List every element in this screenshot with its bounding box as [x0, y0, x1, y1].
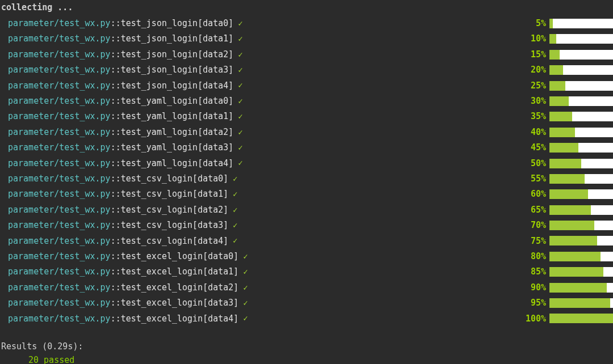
test-file-path: parameter/test_wx.py	[8, 265, 111, 278]
passed-count: 20	[28, 355, 39, 364]
test-line: parameter/test_wx.py::test_excel_login[d…	[0, 311, 613, 326]
progress-bar	[549, 221, 613, 230]
progress-bar-fill	[549, 314, 613, 323]
progress-bar	[549, 50, 613, 60]
test-separator: ::	[111, 204, 121, 217]
progress-bar	[549, 174, 613, 184]
progress-bar-fill	[549, 65, 563, 75]
test-separator: ::	[111, 312, 121, 325]
test-name: test_csv_login[data1]	[121, 188, 229, 201]
progress-bar-fill	[549, 221, 594, 230]
progress-percent: 90%	[524, 281, 546, 294]
test-name: test_yaml_login[data1]	[121, 110, 234, 123]
test-line: parameter/test_wx.py::test_csv_login[dat…	[0, 218, 613, 233]
progress-bar	[549, 252, 613, 261]
progress-percent: 5%	[524, 17, 546, 30]
progress-bar	[549, 314, 613, 323]
progress-bar-fill	[549, 189, 588, 199]
check-icon: ✓	[238, 111, 242, 122]
test-separator: ::	[111, 126, 121, 139]
test-name: test_excel_login[data4]	[121, 312, 239, 325]
test-line: parameter/test_wx.py::test_csv_login[dat…	[0, 233, 613, 248]
check-icon: ✓	[238, 126, 242, 138]
check-icon: ✓	[238, 64, 242, 76]
test-name: test_yaml_login[data0]	[121, 95, 234, 108]
test-separator: ::	[111, 157, 121, 170]
check-icon: ✓	[238, 142, 242, 154]
test-name: test_excel_login[data3]	[121, 297, 239, 310]
progress-bar-fill	[549, 34, 556, 44]
test-separator: ::	[111, 95, 121, 108]
test-separator: ::	[111, 235, 121, 248]
progress-percent: 85%	[524, 265, 546, 278]
progress-bar-fill	[549, 128, 575, 137]
check-icon: ✓	[238, 33, 242, 45]
check-icon: ✓	[238, 79, 242, 91]
test-file-path: parameter/test_wx.py	[8, 48, 111, 61]
test-name: test_json_login[data2]	[121, 48, 234, 61]
test-file-path: parameter/test_wx.py	[8, 17, 111, 30]
test-separator: ::	[111, 281, 121, 294]
test-file-path: parameter/test_wx.py	[8, 250, 111, 263]
progress-bar	[549, 96, 613, 106]
progress-percent: 30%	[524, 95, 546, 108]
test-separator: ::	[111, 79, 121, 92]
test-separator: ::	[111, 265, 121, 278]
test-name: test_json_login[data1]	[121, 32, 234, 45]
progress-percent: 40%	[524, 126, 546, 139]
test-file-path: parameter/test_wx.py	[8, 235, 111, 248]
test-line: parameter/test_wx.py::test_json_login[da…	[0, 62, 613, 78]
test-file-path: parameter/test_wx.py	[8, 110, 111, 123]
test-separator: ::	[111, 48, 121, 61]
test-line: parameter/test_wx.py::test_excel_login[d…	[0, 280, 613, 295]
test-line: parameter/test_wx.py::test_csv_login[dat…	[0, 202, 613, 217]
check-icon: ✓	[243, 312, 247, 324]
check-icon: ✓	[238, 157, 242, 169]
test-file-path: parameter/test_wx.py	[8, 172, 111, 185]
test-file-path: parameter/test_wx.py	[8, 79, 111, 92]
test-name: test_json_login[data0]	[121, 17, 234, 30]
progress-percent: 45%	[524, 141, 546, 154]
progress-bar-fill	[549, 96, 569, 106]
progress-percent: 20%	[524, 64, 546, 77]
test-separator: ::	[111, 188, 121, 201]
test-name: test_csv_login[data4]	[121, 235, 229, 248]
progress-bar-fill	[549, 143, 578, 153]
progress-percent: 35%	[524, 110, 546, 123]
test-name: test_json_login[data3]	[121, 64, 234, 77]
test-separator: ::	[111, 64, 121, 77]
test-file-path: parameter/test_wx.py	[8, 126, 111, 139]
progress-bar	[549, 236, 613, 246]
test-name: test_excel_login[data2]	[121, 281, 239, 294]
test-file-path: parameter/test_wx.py	[8, 64, 111, 77]
check-icon: ✓	[243, 251, 247, 263]
test-file-path: parameter/test_wx.py	[8, 312, 111, 325]
progress-percent: 15%	[524, 48, 546, 61]
test-line: parameter/test_wx.py::test_excel_login[d…	[0, 249, 613, 264]
progress-percent: 10%	[524, 32, 546, 45]
progress-percent: 75%	[524, 235, 546, 248]
test-line: parameter/test_wx.py::test_yaml_login[da…	[0, 140, 613, 155]
progress-bar-fill	[549, 298, 610, 308]
test-line: parameter/test_wx.py::test_json_login[da…	[0, 47, 613, 62]
test-separator: ::	[111, 141, 121, 154]
progress-percent: 25%	[524, 79, 546, 92]
results-passed: 20 passed	[0, 354, 613, 364]
progress-bar-fill	[549, 50, 560, 60]
test-name: test_excel_login[data0]	[121, 250, 239, 263]
test-line: parameter/test_wx.py::test_yaml_login[da…	[0, 125, 613, 140]
test-line: parameter/test_wx.py::test_yaml_login[da…	[0, 155, 613, 171]
progress-bar-fill	[549, 267, 603, 277]
test-file-path: parameter/test_wx.py	[8, 157, 111, 170]
test-name: test_yaml_login[data4]	[121, 157, 234, 170]
check-icon: ✓	[238, 95, 242, 107]
progress-percent: 60%	[524, 188, 546, 201]
progress-bar	[549, 267, 613, 277]
progress-percent: 55%	[524, 172, 546, 185]
test-separator: ::	[111, 32, 121, 45]
test-file-path: parameter/test_wx.py	[8, 95, 111, 108]
progress-bar	[549, 81, 613, 91]
progress-percent: 65%	[524, 204, 546, 217]
test-separator: ::	[111, 172, 121, 185]
test-name: test_csv_login[data2]	[121, 204, 229, 217]
